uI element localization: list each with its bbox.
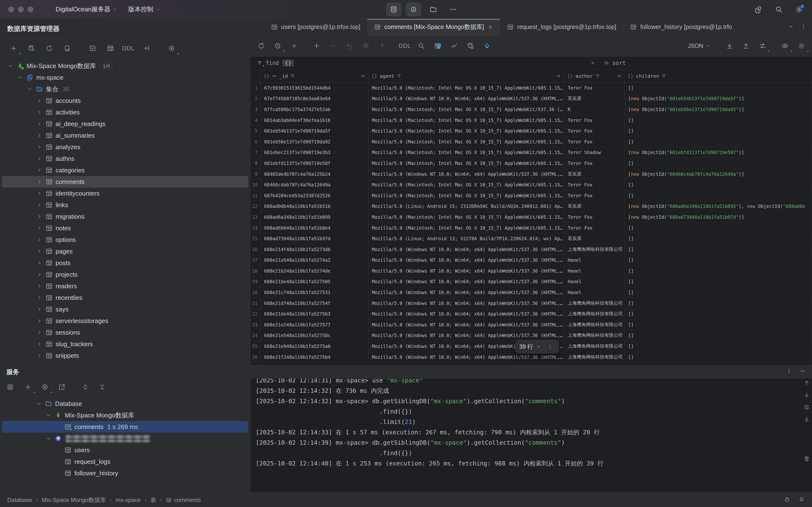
cell-agent[interactable]: Mozilla/5.0 (Macintosh; Intel Mac OS X 1… — [368, 179, 564, 190]
table-row[interactable]: 6681eb56e13f1e7d90719da92Mozilla/5.0 (Ma… — [251, 136, 812, 147]
cell-_id[interactable]: 681eb56e13f1e7d90719da92 — [261, 136, 368, 147]
table-row[interactable]: 367fca599bc175a37427e52abMozilla/5.0 (Ma… — [251, 104, 812, 115]
result-download-button[interactable] — [724, 41, 735, 51]
cell-children[interactable]: [new ObjectId("681ebfd113f1e7d90719e58f"… — [625, 147, 812, 158]
result-settings-button[interactable] — [796, 41, 807, 51]
table-row[interactable]: 1068468c4ab78fc4a76a12649aMozilla/5.0 (M… — [251, 179, 812, 190]
tree-item-comments[interactable]: comments — [2, 176, 248, 187]
cell-_id[interactable]: 68468c4ab78fc4a76a12649a — [261, 179, 368, 190]
cell-_id[interactable]: 688e21be48a110b1fa527505 — [261, 276, 368, 287]
column-header-author[interactable]: {}author — [564, 69, 625, 82]
cell-_id[interactable]: 688e214f48a110b1fa5273db — [261, 244, 368, 255]
cell-author[interactable]: 上海鹰角网络科技有限公司 — [564, 298, 625, 308]
cell-author[interactable]: Teror Fox — [564, 190, 625, 201]
cell-author[interactable]: Teror Fox — [564, 223, 625, 233]
cell-author[interactable]: Teror Fox — [564, 82, 625, 93]
row-number[interactable]: 5 — [251, 125, 261, 136]
row-number[interactable]: 13 — [251, 212, 261, 222]
trash-button[interactable] — [803, 455, 810, 463]
cell-_id[interactable]: 688ad6a348a110b1fa51b895 — [261, 212, 368, 222]
cell-agent[interactable]: Mozilla/5.0 (Macintosh; Intel Mac OS X 1… — [368, 136, 564, 147]
explorer-refresh-button[interactable] — [44, 43, 55, 54]
tree-item-readers[interactable]: readers — [2, 280, 248, 292]
row-count-label[interactable]: 39 行 — [519, 343, 533, 350]
cell-children[interactable]: [] — [625, 255, 812, 266]
cell-agent[interactable]: Mozilla/5.0 (Macintosh; Intel Mac OS X 1… — [368, 82, 564, 93]
cell-children[interactable]: [] — [625, 244, 812, 255]
cell-_id[interactable]: 687b4204ced53a23387d2526 — [261, 190, 368, 201]
folder-tool-button[interactable] — [425, 2, 441, 16]
column-filter-icon[interactable] — [397, 74, 401, 78]
row-number[interactable]: 19 — [251, 276, 261, 287]
cell-author[interactable]: R — [564, 104, 625, 115]
result-revert-button[interactable] — [344, 41, 355, 51]
services-tree-item-connection[interactable] — [2, 433, 248, 444]
result-delete-row-button[interactable] — [328, 41, 338, 51]
row-number[interactable]: 18 — [251, 266, 261, 276]
tree-item-collections-group[interactable]: 集合30 — [2, 83, 248, 95]
row-number[interactable]: 4 — [251, 115, 261, 125]
cell-author[interactable]: Teror Shadow — [564, 147, 625, 158]
cell-_id[interactable]: 688e21a548a110b1fa5274a2 — [261, 255, 368, 266]
cell-_id[interactable]: 688ad73948a110b1fa51b97d — [261, 233, 368, 244]
tree-item-identitycounters[interactable]: identitycounters — [2, 187, 248, 199]
tree-item-projects[interactable]: projects — [2, 269, 248, 280]
row-number[interactable]: 17 — [251, 255, 261, 266]
cell-_id[interactable]: 688ad0db48a110b1fa51b51b — [261, 201, 368, 212]
column-sort-icon[interactable] — [361, 74, 365, 78]
result-chart-button[interactable] — [449, 41, 459, 51]
sort-control[interactable]: sort — [604, 60, 626, 66]
filter-funnel-icon[interactable] — [257, 60, 262, 66]
lock-button[interactable] — [784, 496, 790, 504]
cell-agent[interactable]: Mozilla/5.0 (Windows NT 10.0; Win64; x64… — [368, 308, 564, 319]
cell-children[interactable]: [] — [625, 352, 812, 362]
cell-agent[interactable]: Mozilla/5.0 (Windows NT 10.0; Win64; x64… — [368, 298, 564, 308]
cell-children[interactable]: [] — [625, 287, 812, 298]
cell-_id[interactable]: 681eb54b13f1e7d90719da5f — [261, 125, 368, 136]
close-tab-icon[interactable] — [488, 24, 493, 30]
cell-agent[interactable]: Mozilla/5.0 (Windows NT 10.0; Win64; x64… — [368, 320, 564, 330]
row-number[interactable]: 1 — [251, 82, 261, 93]
table-row[interactable]: 968465de4b78fc4a76a125b24Mozilla/5.0 (Wi… — [251, 169, 812, 180]
tree-item-mongo-connection[interactable]: Mix-Space Mongo数据库1/4 — [2, 60, 248, 72]
tab-comments[interactable]: comments [Mix-Space Mongo数据库] — [367, 19, 500, 35]
cell-children[interactable]: [] — [625, 308, 812, 319]
cell-_id[interactable]: 67fca599bc175a37427e52ab — [261, 104, 368, 115]
row-number[interactable]: 9 — [251, 169, 261, 179]
tree-item-categories[interactable]: categories — [2, 164, 248, 176]
tree-item-accounts[interactable]: accounts — [2, 95, 248, 107]
cell-children[interactable]: [] — [625, 125, 812, 136]
table-row[interactable]: 16688e214f48a110b1fa5273dbMozilla/5.0 (W… — [251, 244, 812, 255]
view-mode-select[interactable]: JSON — [686, 43, 712, 49]
services-visibility-button[interactable] — [40, 382, 50, 392]
column-filter-icon[interactable] — [595, 74, 600, 78]
cell-agent[interactable]: Mozilla/5.0 (Macintosh; Intel Mac OS X 1… — [368, 147, 564, 158]
row-number[interactable]: 2 — [251, 94, 261, 104]
explorer-goto-ddl-button[interactable] — [141, 43, 152, 54]
table-row[interactable]: 14688ad6b648a110b1fa51b8e4Mozilla/5.0 (M… — [251, 223, 812, 233]
cell-_id[interactable]: 67ef745b8f105c8e3aa83e64 — [261, 94, 368, 104]
cell-agent[interactable]: Mozilla/5.0 (Macintosh; Intel Mac OS X 1… — [368, 115, 564, 125]
cell-author[interactable]: Teror Fox — [564, 125, 625, 136]
cell-author[interactable]: 上海鹰角网络科技有限公司 — [564, 244, 625, 255]
cell-author[interactable]: 上海鹰角网络科技有限公司 — [564, 330, 625, 341]
table-row[interactable]: 17688e21a548a110b1fa5274a2Mozilla/5.0 (W… — [251, 255, 812, 266]
cell-author[interactable]: Haoel — [564, 266, 625, 276]
cell-agent[interactable]: Mozilla/5.0 (Macintosh; Intel Mac OS X 1… — [368, 212, 564, 222]
result-eye-button[interactable] — [779, 41, 790, 51]
cell-agent[interactable]: Mozilla/5.0 (Windows NT 10.0; Win64; x64… — [368, 94, 564, 104]
cell-children[interactable]: [] — [625, 298, 812, 308]
database-tool-button[interactable] — [386, 2, 401, 16]
close-window-button[interactable] — [8, 6, 14, 12]
minimize-window-button[interactable] — [18, 6, 24, 12]
tree-item-mx-space[interactable]: mx-space — [2, 72, 248, 83]
cell-agent[interactable]: Mozilla/5.0 (Windows NT 10.0; Win64; x64… — [368, 244, 564, 255]
cell-children[interactable]: [] — [625, 190, 812, 201]
explorer-run-console-button[interactable] — [87, 43, 98, 54]
tree-item-sessions[interactable]: sessions — [2, 327, 248, 338]
cell-children[interactable]: [] — [625, 223, 812, 233]
tree-item-says[interactable]: says — [2, 303, 248, 315]
cell-_id[interactable]: 68465de4b78fc4a76a125b24 — [261, 169, 368, 179]
explorer-ddl-button[interactable]: DDL — [123, 43, 134, 54]
row-number[interactable]: 16 — [251, 244, 261, 255]
